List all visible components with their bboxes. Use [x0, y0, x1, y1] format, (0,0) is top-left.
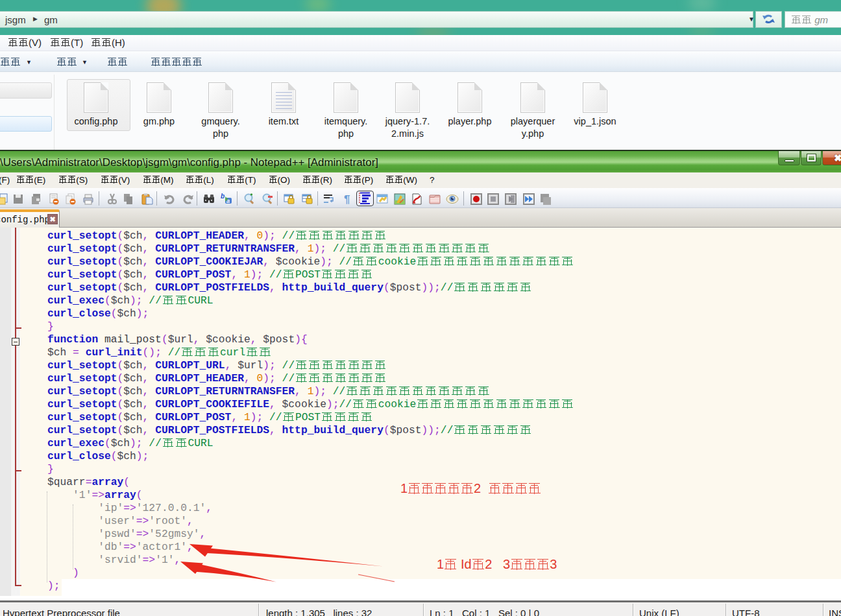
svg-text:¶: ¶ — [344, 193, 350, 206]
svg-text:b: b — [221, 193, 225, 200]
